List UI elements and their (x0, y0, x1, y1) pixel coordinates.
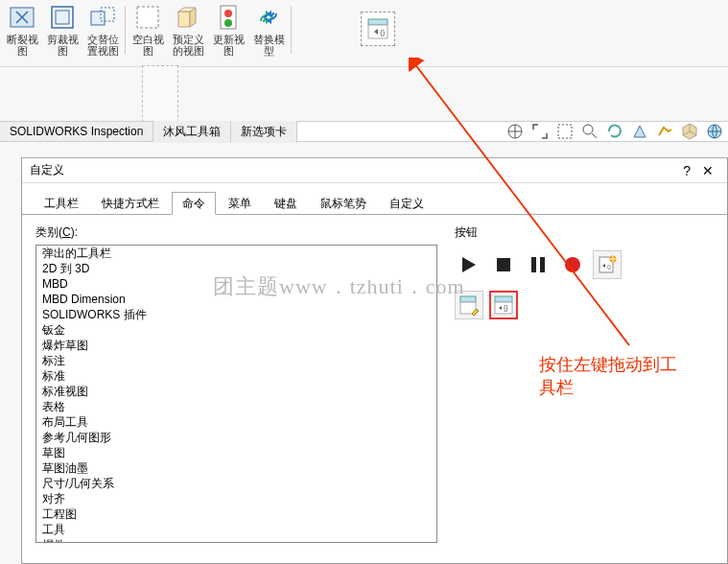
tab-shortcut[interactable]: 快捷方式栏 (91, 192, 170, 215)
svg-rect-17 (531, 257, 536, 272)
play-icon[interactable] (455, 250, 483, 279)
dialog-title: 自定义 (30, 162, 64, 178)
list-item[interactable]: 草图 (36, 445, 436, 460)
tab-menu[interactable]: 菜单 (218, 192, 262, 215)
svg-rect-13 (558, 125, 572, 138)
category-listbox[interactable]: 弹出的工具栏2D 到 3DMBDMBD DimensionSOLIDWORKS … (35, 245, 437, 543)
ribbon-label: 替换模型 (253, 34, 285, 57)
new-script-button[interactable]: {} (593, 250, 622, 279)
globe-icon[interactable] (705, 122, 724, 141)
svg-rect-23 (460, 296, 476, 302)
view-toolbar (505, 122, 728, 141)
list-item[interactable]: 工具 (36, 522, 436, 537)
list-item[interactable]: 表格 (36, 399, 436, 414)
tab-commands[interactable]: 命令 (172, 192, 216, 215)
list-item[interactable]: 标准视图 (36, 384, 436, 399)
svg-rect-18 (540, 257, 545, 272)
ribbon-label: 预定义的视图 (173, 34, 204, 57)
buttons-row2: {} (455, 285, 714, 325)
category-label: 类别(C): (35, 224, 437, 241)
list-item[interactable]: 草图油墨 (36, 460, 436, 476)
ribbon-label: 空白视图 (132, 34, 164, 57)
svg-rect-3 (91, 12, 105, 25)
svg-rect-2 (56, 11, 69, 24)
ribbon-predef-view[interactable]: 预定义的视图 (168, 0, 208, 59)
svg-point-7 (224, 10, 232, 17)
ribbon-break-crop-view[interactable]: 断裂视图 (2, 0, 42, 59)
svg-point-14 (583, 125, 593, 134)
list-item[interactable]: 爆炸草图 (36, 338, 436, 353)
ribbon-update-view[interactable]: 更新视图 (208, 0, 248, 59)
tab-newtab[interactable]: 新选项卡 (231, 121, 297, 143)
tab-toolbars[interactable]: 工具栏 (34, 192, 89, 215)
list-item[interactable]: 对齐 (36, 491, 436, 506)
ribbon-empty-view[interactable]: 空白视图 (128, 0, 168, 59)
svg-rect-16 (497, 258, 510, 271)
ribbon-label: 更新视图 (213, 34, 245, 57)
list-item[interactable]: 弹出的工具栏 (36, 246, 436, 261)
list-item[interactable]: 标准 (36, 368, 436, 384)
section-icon[interactable] (630, 122, 649, 141)
ribbon-crop-view[interactable]: 剪裁视图 (42, 0, 82, 59)
pause-icon[interactable] (524, 250, 552, 279)
ribbon-toolbar: 断裂视图 剪裁视图 交替位置视图 空白视图 预定义的视图 更新视图 替换模型 {… (0, 0, 728, 67)
record-icon[interactable] (558, 250, 587, 279)
help-button[interactable]: ? (677, 163, 696, 178)
cube-icon[interactable] (680, 122, 699, 141)
dialog-tabs: 工具栏 快捷方式栏 命令 菜单 键盘 鼠标笔势 自定义 (22, 183, 727, 215)
buttons-label: 按钮 (455, 224, 714, 241)
refresh-icon[interactable] (605, 122, 624, 141)
list-item[interactable]: 钣金 (36, 322, 436, 338)
ribbon-label: 交替位置视图 (87, 34, 119, 57)
svg-point-19 (565, 257, 580, 272)
close-button[interactable]: ✕ (696, 163, 719, 178)
display-style-icon[interactable] (655, 122, 674, 141)
svg-point-8 (224, 19, 232, 27)
ribbon-separator (125, 6, 126, 54)
svg-rect-5 (137, 7, 158, 28)
zoom-icon[interactable] (580, 122, 599, 141)
tab-inspection[interactable]: SOLIDWORKS Inspection (0, 122, 153, 141)
list-item[interactable]: 工程图 (36, 506, 436, 522)
macro-button[interactable]: {} (489, 291, 518, 319)
document-tab-bar: SOLIDWORKS Inspection 沐风工具箱 新选项卡 (0, 121, 728, 142)
tab-keyboard[interactable]: 键盘 (264, 192, 308, 215)
list-item[interactable]: SOLIDWORKS 插件 (36, 307, 436, 322)
tab-mufeng[interactable]: 沐风工具箱 (153, 121, 231, 143)
svg-text:{}: {} (380, 28, 386, 36)
ribbon-replace-model[interactable]: 替换模型 (248, 0, 289, 59)
tab-custom[interactable]: 自定义 (379, 192, 434, 215)
list-item[interactable]: 2D 到 3D (36, 261, 436, 276)
ribbon-separator (291, 6, 292, 54)
svg-text:{}: {} (504, 304, 508, 312)
stop-icon[interactable] (489, 250, 518, 279)
list-item[interactable]: 尺寸/几何关系 (36, 476, 436, 491)
ribbon-alt-position-view[interactable]: 交替位置视图 (82, 0, 123, 59)
svg-rect-25 (495, 296, 512, 302)
tab-mouse[interactable]: 鼠标笔势 (310, 192, 377, 215)
edit-script-button[interactable] (455, 291, 483, 319)
ribbon-label: 剪裁视图 (47, 34, 79, 57)
list-item[interactable]: 布局工具 (36, 414, 436, 430)
region-icon[interactable] (555, 122, 575, 141)
annotation-text: 按住左键拖动到工具栏 (539, 353, 677, 399)
orient-icon[interactable] (505, 122, 525, 141)
drag-destination-slot[interactable]: {} (361, 12, 395, 46)
ribbon-label: 断裂视图 (7, 34, 38, 57)
list-item[interactable]: 参考几何图形 (36, 430, 436, 445)
list-item[interactable]: MBD (36, 276, 436, 292)
svg-text:{}: {} (607, 264, 611, 270)
list-item[interactable]: 标注 (36, 353, 436, 368)
dialog-titlebar: 自定义 ? ✕ (22, 158, 727, 183)
list-item[interactable]: MBD Dimension (36, 292, 436, 307)
buttons-row1: {} (455, 245, 714, 285)
list-item[interactable]: 焊件 (36, 537, 436, 543)
expand-icon[interactable] (530, 122, 550, 141)
svg-rect-9 (368, 19, 387, 25)
